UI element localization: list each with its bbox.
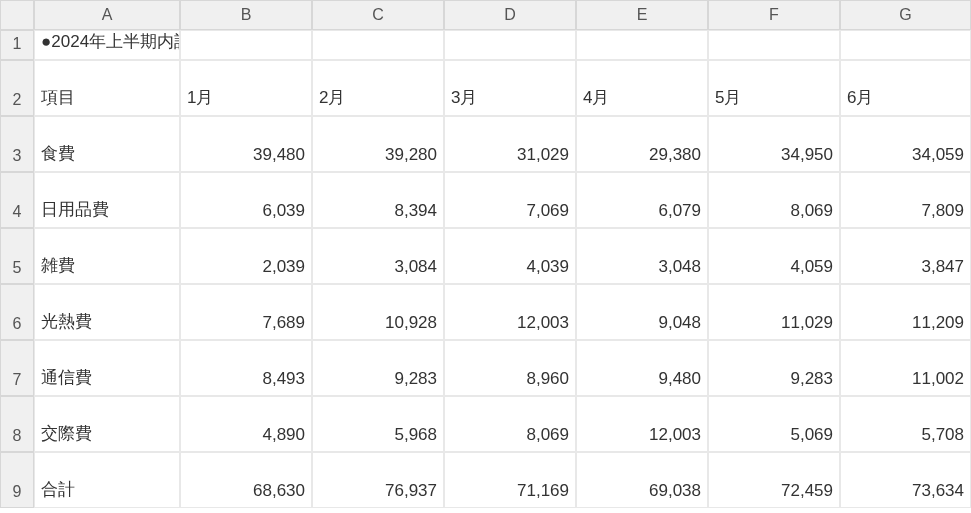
cell-B3[interactable]: 39,480 <box>180 116 312 172</box>
cell-C5[interactable]: 3,084 <box>312 228 444 284</box>
cell-C2-month[interactable]: 2月 <box>312 60 444 116</box>
cell-B2-month[interactable]: 1月 <box>180 60 312 116</box>
cell-D5[interactable]: 4,039 <box>444 228 576 284</box>
cell-F2-month[interactable]: 5月 <box>708 60 840 116</box>
row-header-6[interactable]: 6 <box>0 284 34 340</box>
cell-F9[interactable]: 72,459 <box>708 452 840 508</box>
cell-F4[interactable]: 8,069 <box>708 172 840 228</box>
cell-G8[interactable]: 5,708 <box>840 396 971 452</box>
cell-G7[interactable]: 11,002 <box>840 340 971 396</box>
cell-F6[interactable]: 11,029 <box>708 284 840 340</box>
col-header-A[interactable]: A <box>34 0 180 30</box>
cell-E1[interactable] <box>576 30 708 60</box>
row-header-3[interactable]: 3 <box>0 116 34 172</box>
cell-D6[interactable]: 12,003 <box>444 284 576 340</box>
cell-A7-label[interactable]: 通信費 <box>34 340 180 396</box>
cell-G2-month[interactable]: 6月 <box>840 60 971 116</box>
row-header-2[interactable]: 2 <box>0 60 34 116</box>
col-header-D[interactable]: D <box>444 0 576 30</box>
row-header-9[interactable]: 9 <box>0 452 34 508</box>
cell-C4[interactable]: 8,394 <box>312 172 444 228</box>
col-header-C[interactable]: C <box>312 0 444 30</box>
col-header-G[interactable]: G <box>840 0 971 30</box>
cell-D2-month[interactable]: 3月 <box>444 60 576 116</box>
cell-E5[interactable]: 3,048 <box>576 228 708 284</box>
cell-C6[interactable]: 10,928 <box>312 284 444 340</box>
cell-D8[interactable]: 8,069 <box>444 396 576 452</box>
row-header-8[interactable]: 8 <box>0 396 34 452</box>
cell-G9[interactable]: 73,634 <box>840 452 971 508</box>
cell-E7[interactable]: 9,480 <box>576 340 708 396</box>
row-header-4[interactable]: 4 <box>0 172 34 228</box>
cell-F8[interactable]: 5,069 <box>708 396 840 452</box>
cell-A6-label[interactable]: 光熱費 <box>34 284 180 340</box>
cell-E3[interactable]: 29,380 <box>576 116 708 172</box>
cell-E4[interactable]: 6,079 <box>576 172 708 228</box>
cell-F5[interactable]: 4,059 <box>708 228 840 284</box>
cell-C8[interactable]: 5,968 <box>312 396 444 452</box>
col-header-E[interactable]: E <box>576 0 708 30</box>
cell-A2-item-header[interactable]: 項目 <box>34 60 180 116</box>
cell-G3[interactable]: 34,059 <box>840 116 971 172</box>
cell-A8-label[interactable]: 交際費 <box>34 396 180 452</box>
cell-C1[interactable] <box>312 30 444 60</box>
cell-F1[interactable] <box>708 30 840 60</box>
cell-G1[interactable] <box>840 30 971 60</box>
cell-C3[interactable]: 39,280 <box>312 116 444 172</box>
row-header-1[interactable]: 1 <box>0 30 34 60</box>
cell-B8[interactable]: 4,890 <box>180 396 312 452</box>
col-header-F[interactable]: F <box>708 0 840 30</box>
cell-D1[interactable] <box>444 30 576 60</box>
cell-G5[interactable]: 3,847 <box>840 228 971 284</box>
cell-A5-label[interactable]: 雑費 <box>34 228 180 284</box>
cell-G4[interactable]: 7,809 <box>840 172 971 228</box>
select-all-corner[interactable] <box>0 0 34 30</box>
cell-A9-label[interactable]: 合計 <box>34 452 180 508</box>
cell-E6[interactable]: 9,048 <box>576 284 708 340</box>
cell-F7[interactable]: 9,283 <box>708 340 840 396</box>
cell-A1-title[interactable]: ●2024年上半期内訳 <box>34 30 180 60</box>
col-header-B[interactable]: B <box>180 0 312 30</box>
row-header-7[interactable]: 7 <box>0 340 34 396</box>
row-header-5[interactable]: 5 <box>0 228 34 284</box>
cell-E8[interactable]: 12,003 <box>576 396 708 452</box>
cell-A4-label[interactable]: 日用品費 <box>34 172 180 228</box>
cell-C7[interactable]: 9,283 <box>312 340 444 396</box>
cell-B7[interactable]: 8,493 <box>180 340 312 396</box>
cell-B9[interactable]: 68,630 <box>180 452 312 508</box>
cell-C9[interactable]: 76,937 <box>312 452 444 508</box>
cell-F3[interactable]: 34,950 <box>708 116 840 172</box>
cell-E2-month[interactable]: 4月 <box>576 60 708 116</box>
cell-G6[interactable]: 11,209 <box>840 284 971 340</box>
spreadsheet-grid[interactable]: A B C D E F G 1 ●2024年上半期内訳 2 項目 1月 2月 3… <box>0 0 971 508</box>
cell-D9[interactable]: 71,169 <box>444 452 576 508</box>
cell-A3-label[interactable]: 食費 <box>34 116 180 172</box>
cell-D4[interactable]: 7,069 <box>444 172 576 228</box>
cell-B5[interactable]: 2,039 <box>180 228 312 284</box>
cell-E9[interactable]: 69,038 <box>576 452 708 508</box>
cell-B4[interactable]: 6,039 <box>180 172 312 228</box>
cell-D3[interactable]: 31,029 <box>444 116 576 172</box>
cell-D7[interactable]: 8,960 <box>444 340 576 396</box>
cell-B6[interactable]: 7,689 <box>180 284 312 340</box>
cell-B1[interactable] <box>180 30 312 60</box>
